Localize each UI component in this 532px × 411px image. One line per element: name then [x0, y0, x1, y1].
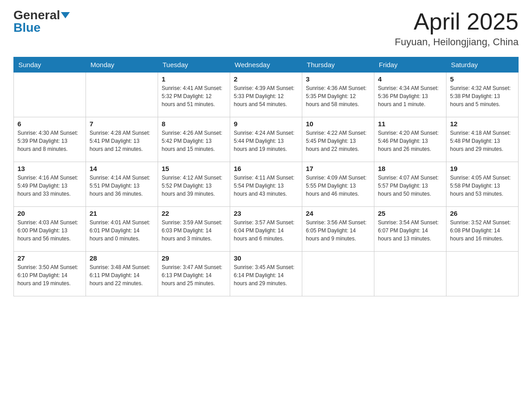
calendar-cell: 1Sunrise: 4:41 AM Sunset: 5:32 PM Daylig…	[158, 73, 230, 117]
day-info: Sunrise: 4:03 AM Sunset: 6:00 PM Dayligh…	[17, 218, 82, 243]
logo-blue-text: Blue	[13, 21, 41, 34]
day-number: 25	[378, 210, 442, 217]
day-info: Sunrise: 3:45 AM Sunset: 6:14 PM Dayligh…	[234, 263, 298, 287]
calendar-cell: 15Sunrise: 4:12 AM Sunset: 5:52 PM Dayli…	[158, 162, 230, 207]
week-row: 6Sunrise: 4:30 AM Sunset: 5:39 PM Daylig…	[14, 117, 519, 162]
day-number: 15	[162, 165, 226, 172]
day-of-week-header: Friday	[374, 57, 446, 73]
calendar-cell	[302, 252, 374, 296]
title-section: April 2025 Fuyuan, Heilongjiang, China	[395, 9, 519, 48]
day-info: Sunrise: 4:26 AM Sunset: 5:42 PM Dayligh…	[162, 129, 226, 153]
calendar-cell: 19Sunrise: 4:05 AM Sunset: 5:58 PM Dayli…	[446, 162, 519, 207]
day-info: Sunrise: 3:57 AM Sunset: 6:04 PM Dayligh…	[234, 218, 298, 243]
day-number: 27	[17, 254, 82, 262]
location-title: Fuyuan, Heilongjiang, China	[395, 36, 519, 48]
day-info: Sunrise: 4:11 AM Sunset: 5:54 PM Dayligh…	[234, 174, 298, 198]
page-header: General Blue April 2025 Fuyuan, Heilongj…	[13, 9, 519, 48]
day-number: 3	[306, 75, 370, 83]
day-of-week-header: Sunday	[14, 57, 86, 73]
day-number: 22	[162, 210, 226, 217]
day-info: Sunrise: 4:05 AM Sunset: 5:58 PM Dayligh…	[450, 174, 515, 198]
day-number: 26	[450, 210, 515, 217]
day-number: 16	[234, 165, 298, 172]
day-of-week-header: Wednesday	[230, 57, 302, 73]
day-number: 21	[90, 210, 154, 217]
calendar-cell: 18Sunrise: 4:07 AM Sunset: 5:57 PM Dayli…	[374, 162, 446, 207]
day-info: Sunrise: 3:48 AM Sunset: 6:11 PM Dayligh…	[90, 263, 154, 287]
day-of-week-header: Tuesday	[158, 57, 230, 73]
calendar-cell: 4Sunrise: 4:34 AM Sunset: 5:36 PM Daylig…	[374, 73, 446, 117]
day-number: 11	[378, 120, 442, 128]
day-info: Sunrise: 4:30 AM Sunset: 5:39 PM Dayligh…	[17, 129, 82, 153]
week-row: 20Sunrise: 4:03 AM Sunset: 6:00 PM Dayli…	[14, 207, 519, 252]
calendar-cell: 6Sunrise: 4:30 AM Sunset: 5:39 PM Daylig…	[14, 117, 86, 162]
week-row: 1Sunrise: 4:41 AM Sunset: 5:32 PM Daylig…	[14, 73, 519, 117]
day-info: Sunrise: 3:47 AM Sunset: 6:13 PM Dayligh…	[162, 263, 226, 287]
day-number: 2	[234, 75, 298, 83]
month-title: April 2025	[395, 9, 519, 34]
calendar-cell: 28Sunrise: 3:48 AM Sunset: 6:11 PM Dayli…	[86, 252, 158, 296]
calendar-cell: 3Sunrise: 4:36 AM Sunset: 5:35 PM Daylig…	[302, 73, 374, 117]
calendar-cell: 29Sunrise: 3:47 AM Sunset: 6:13 PM Dayli…	[158, 252, 230, 296]
day-info: Sunrise: 4:14 AM Sunset: 5:51 PM Dayligh…	[90, 174, 154, 198]
day-number: 1	[162, 75, 226, 83]
calendar-cell: 23Sunrise: 3:57 AM Sunset: 6:04 PM Dayli…	[230, 207, 302, 252]
calendar-cell: 12Sunrise: 4:18 AM Sunset: 5:48 PM Dayli…	[446, 117, 519, 162]
calendar-cell: 8Sunrise: 4:26 AM Sunset: 5:42 PM Daylig…	[158, 117, 230, 162]
day-info: Sunrise: 4:01 AM Sunset: 6:01 PM Dayligh…	[90, 218, 154, 243]
calendar-cell: 11Sunrise: 4:20 AM Sunset: 5:46 PM Dayli…	[374, 117, 446, 162]
day-number: 7	[90, 120, 154, 128]
day-info: Sunrise: 4:16 AM Sunset: 5:49 PM Dayligh…	[17, 174, 82, 198]
logo-arrow-icon	[61, 12, 70, 18]
day-number: 20	[17, 210, 82, 217]
calendar-cell: 30Sunrise: 3:45 AM Sunset: 6:14 PM Dayli…	[230, 252, 302, 296]
day-info: Sunrise: 4:20 AM Sunset: 5:46 PM Dayligh…	[378, 129, 442, 153]
calendar-cell	[374, 252, 446, 296]
day-number: 18	[378, 165, 442, 172]
day-number: 17	[306, 165, 370, 172]
calendar-cell: 17Sunrise: 4:09 AM Sunset: 5:55 PM Dayli…	[302, 162, 374, 207]
day-number: 29	[162, 254, 226, 262]
day-number: 10	[306, 120, 370, 128]
day-number: 13	[17, 165, 82, 172]
week-row: 27Sunrise: 3:50 AM Sunset: 6:10 PM Dayli…	[14, 252, 519, 296]
day-number: 6	[17, 120, 82, 128]
day-number: 12	[450, 120, 515, 128]
week-row: 13Sunrise: 4:16 AM Sunset: 5:49 PM Dayli…	[14, 162, 519, 207]
day-number: 23	[234, 210, 298, 217]
day-number: 14	[90, 165, 154, 172]
day-info: Sunrise: 4:22 AM Sunset: 5:45 PM Dayligh…	[306, 129, 370, 153]
calendar-cell: 22Sunrise: 3:59 AM Sunset: 6:03 PM Dayli…	[158, 207, 230, 252]
day-info: Sunrise: 4:18 AM Sunset: 5:48 PM Dayligh…	[450, 129, 515, 153]
calendar-cell: 10Sunrise: 4:22 AM Sunset: 5:45 PM Dayli…	[302, 117, 374, 162]
day-number: 24	[306, 210, 370, 217]
day-info: Sunrise: 4:36 AM Sunset: 5:35 PM Dayligh…	[306, 84, 370, 108]
day-number: 9	[234, 120, 298, 128]
day-of-week-header: Monday	[86, 57, 158, 73]
day-number: 4	[378, 75, 442, 83]
calendar-cell: 14Sunrise: 4:14 AM Sunset: 5:51 PM Dayli…	[86, 162, 158, 207]
day-info: Sunrise: 3:50 AM Sunset: 6:10 PM Dayligh…	[17, 263, 82, 287]
calendar-cell: 24Sunrise: 3:56 AM Sunset: 6:05 PM Dayli…	[302, 207, 374, 252]
calendar-cell: 16Sunrise: 4:11 AM Sunset: 5:54 PM Dayli…	[230, 162, 302, 207]
day-info: Sunrise: 4:39 AM Sunset: 5:33 PM Dayligh…	[234, 84, 298, 108]
day-info: Sunrise: 4:07 AM Sunset: 5:57 PM Dayligh…	[378, 174, 442, 198]
calendar-cell	[446, 252, 519, 296]
calendar-table: SundayMondayTuesdayWednesdayThursdayFrid…	[13, 57, 519, 296]
calendar-cell: 21Sunrise: 4:01 AM Sunset: 6:01 PM Dayli…	[86, 207, 158, 252]
day-info: Sunrise: 4:34 AM Sunset: 5:36 PM Dayligh…	[378, 84, 442, 108]
calendar-cell: 26Sunrise: 3:52 AM Sunset: 6:08 PM Dayli…	[446, 207, 519, 252]
calendar-cell: 9Sunrise: 4:24 AM Sunset: 5:44 PM Daylig…	[230, 117, 302, 162]
day-info: Sunrise: 4:32 AM Sunset: 5:38 PM Dayligh…	[450, 84, 515, 108]
calendar-cell: 13Sunrise: 4:16 AM Sunset: 5:49 PM Dayli…	[14, 162, 86, 207]
calendar-header-row: SundayMondayTuesdayWednesdayThursdayFrid…	[14, 57, 519, 73]
calendar-cell: 2Sunrise: 4:39 AM Sunset: 5:33 PM Daylig…	[230, 73, 302, 117]
day-of-week-header: Saturday	[446, 57, 519, 73]
logo: General Blue	[13, 9, 70, 34]
day-number: 19	[450, 165, 515, 172]
day-info: Sunrise: 3:56 AM Sunset: 6:05 PM Dayligh…	[306, 218, 370, 243]
day-number: 28	[90, 254, 154, 262]
calendar-cell: 5Sunrise: 4:32 AM Sunset: 5:38 PM Daylig…	[446, 73, 519, 117]
day-info: Sunrise: 4:12 AM Sunset: 5:52 PM Dayligh…	[162, 174, 226, 198]
logo-general-text: General	[13, 9, 60, 21]
